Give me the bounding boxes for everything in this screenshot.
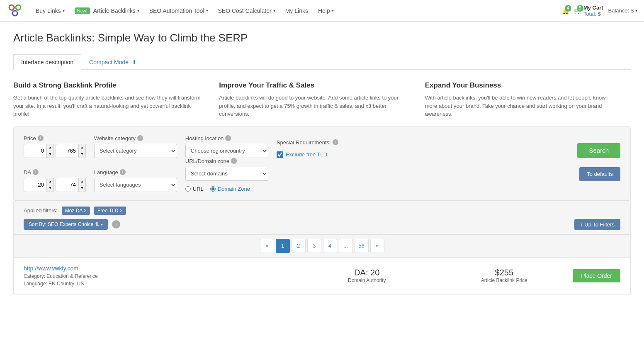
category-info-icon[interactable]: i [137, 135, 143, 141]
page-4[interactable]: 4 [323, 239, 337, 253]
svg-point-0 [9, 5, 14, 10]
da-label: Domain Authority [298, 277, 435, 283]
page-3[interactable]: 3 [307, 239, 321, 253]
up-to-filters-button[interactable]: ↑ Up To Filters [574, 219, 620, 230]
result-da: DA: 20 Domain Authority [298, 268, 435, 283]
nav-article-backlinks[interactable]: New! Article Backlinks ▾ [70, 5, 143, 17]
da-max-spinners: ▲ ▼ [79, 178, 86, 192]
price-label: Price i [24, 135, 86, 141]
applied-label: Applied filters: [24, 207, 58, 214]
da-max-wrap: 74 ▲ ▼ [56, 178, 86, 192]
hosting-filter-group: Hosting location i Choose region/country [185, 135, 268, 158]
page-prev[interactable]: « [260, 239, 274, 253]
domain-zone-radio[interactable]: Domain Zone [210, 186, 250, 192]
url-domain-radio-group: URL Domain Zone [185, 186, 268, 192]
tab-interface-description[interactable]: Interface description [13, 54, 81, 70]
features-section: Build a Strong Backlink Profile Get a bu… [13, 70, 631, 126]
feature-col-3: Expand Your Business With article backli… [425, 81, 631, 118]
feature-col-1: Build a Strong Backlink Profile Get a bu… [13, 81, 219, 118]
price-max-up[interactable]: ▲ [79, 144, 85, 151]
da-filter-group: DA i 20 ▲ ▼ 74 ▲ ▼ [24, 169, 86, 192]
category-label: Website category i [94, 135, 177, 141]
moz-da-tag[interactable]: Moz DA × [62, 207, 90, 215]
cart-icon-wrap: 🛒 5 [574, 7, 581, 14]
price-inputs: 0 ▲ ▼ 765 ▲ ▼ [24, 144, 86, 158]
price-value: $255 [435, 268, 573, 277]
filter-section: Price i 0 ▲ ▼ 765 ▲ [13, 126, 631, 201]
price-info-icon[interactable]: i [38, 135, 44, 141]
page-2[interactable]: 2 [292, 239, 306, 253]
place-order-button[interactable]: Place Order [573, 269, 620, 282]
price-min-wrap: 0 ▲ ▼ [24, 144, 54, 158]
logo[interactable] [7, 2, 23, 19]
price-max-input[interactable]: 765 [56, 144, 79, 158]
url-radio-input[interactable] [185, 186, 191, 192]
nav-my-links[interactable]: My Links [281, 5, 312, 17]
result-url[interactable]: http://www.vwkly.com [24, 265, 78, 272]
search-button[interactable]: Search [577, 143, 620, 158]
page-56[interactable]: 56 [355, 239, 369, 253]
da-value: DA: 20 [298, 268, 435, 277]
price-max-down[interactable]: ▼ [79, 151, 85, 158]
chevron-up-icon: ⬆ [132, 59, 137, 66]
da-min-up[interactable]: ▲ [47, 178, 53, 185]
page-1[interactable]: 1 [276, 239, 290, 253]
applied-row: Applied filters: Moz DA × Free TLD × [24, 207, 620, 215]
cart-area[interactable]: 🛒 5 My Cart Total: $ [574, 5, 603, 17]
url-radio[interactable]: URL [185, 186, 204, 192]
notifications-bell[interactable]: 🔔 4 [562, 7, 569, 14]
price-min-input[interactable]: 0 [24, 144, 47, 158]
tab-compact-mode[interactable]: Compact Mode ⬆ [81, 54, 145, 70]
price-label: Article Backlink Price [435, 277, 573, 283]
hosting-info-icon[interactable]: i [225, 135, 231, 141]
sort-info-icon[interactable]: i [112, 220, 120, 229]
da-max-up[interactable]: ▲ [79, 178, 85, 185]
da-min-input[interactable]: 20 [24, 178, 47, 192]
category-select[interactable]: Select category [94, 144, 177, 158]
sort-row: Sort By: SEO Experts Choice ⇅ ▾ i ↑ Up T… [24, 219, 620, 230]
language-select[interactable]: Select languages [94, 178, 177, 192]
tabs: Interface description Compact Mode ⬆ [13, 54, 631, 70]
hosting-select[interactable]: Choose region/country [185, 144, 268, 158]
url-domain-select[interactable]: Select domains [185, 167, 268, 181]
exclude-tld-checkbox[interactable] [277, 151, 283, 158]
da-info-icon[interactable]: i [33, 169, 39, 175]
da-max-input[interactable]: 74 [56, 178, 79, 192]
da-min-spinners: ▲ ▼ [47, 178, 54, 192]
price-min-down[interactable]: ▼ [47, 151, 53, 158]
balance-area[interactable]: Balance: $ ▾ [608, 7, 637, 14]
chevron-down-icon: ▾ [273, 8, 275, 13]
url-domain-info-icon[interactable]: i [231, 158, 237, 164]
da-min-down[interactable]: ▼ [47, 185, 53, 192]
language-info-icon[interactable]: i [120, 169, 126, 175]
sort-icon: ⇅ [95, 221, 99, 227]
page-next[interactable]: » [370, 239, 384, 253]
chevron-down-icon: ▾ [137, 8, 139, 13]
svg-point-1 [16, 5, 21, 10]
defaults-button[interactable]: To defaults [579, 167, 620, 181]
price-min-up[interactable]: ▲ [47, 144, 53, 151]
chevron-down-icon: ▾ [63, 8, 65, 13]
da-min-wrap: 20 ▲ ▼ [24, 178, 54, 192]
nav-seo-cost[interactable]: SEO Cost Calculator ▾ [214, 5, 279, 17]
nav-seo-automation[interactable]: SEO Automation Tool ▾ [145, 5, 212, 17]
pagination-section: « 1 2 3 4 ... 56 » [13, 235, 631, 258]
free-tld-tag[interactable]: Free TLD × [94, 207, 126, 215]
da-label: DA i [24, 169, 86, 175]
page-title: Article Backlinks: Simple Way to Climb t… [13, 32, 631, 44]
da-max-down[interactable]: ▼ [79, 185, 85, 192]
notifications-count: 4 [565, 5, 571, 12]
result-card: http://www.vwkly.com Category: Education… [13, 258, 631, 294]
da-inputs: 20 ▲ ▼ 74 ▲ ▼ [24, 178, 86, 192]
special-req-label: Special Requirements: i [277, 139, 338, 146]
exclude-tld-row: Exclude free TLD [277, 151, 338, 158]
nav-buy-links[interactable]: Buy Links ▾ [32, 5, 69, 17]
price-max-wrap: 765 ▲ ▼ [56, 144, 86, 158]
applied-filters-section: Applied filters: Moz DA × Free TLD × Sor… [13, 201, 631, 235]
cart-text: My Cart Total: $ [583, 5, 603, 17]
sort-button[interactable]: Sort By: SEO Experts Choice ⇅ ▾ [24, 219, 108, 230]
chevron-down-icon: ▾ [206, 8, 208, 13]
nav-help[interactable]: Help ▾ [314, 5, 338, 17]
special-req-info-icon[interactable]: i [333, 139, 338, 145]
domain-zone-radio-input[interactable] [210, 186, 216, 192]
